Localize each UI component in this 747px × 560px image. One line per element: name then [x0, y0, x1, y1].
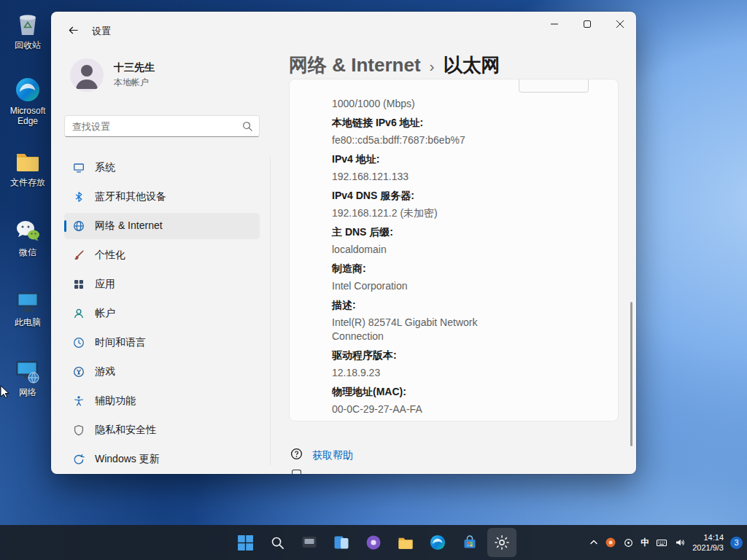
desktop-icon-label: 回收站: [15, 40, 41, 50]
property-row: 1000/1000 (Mbps): [332, 97, 600, 111]
volume-icon[interactable]: [674, 537, 686, 548]
desktop-icon-wechat[interactable]: 微信: [0, 217, 55, 257]
network-places-icon: [14, 357, 42, 385]
taskbar-app-dark-button[interactable]: [295, 528, 324, 557]
dark-app-icon: [301, 534, 317, 551]
store-icon: [462, 534, 478, 551]
property-value: 12.18.9.23: [332, 366, 507, 380]
property-label: 描述:: [332, 298, 600, 312]
clock-time: 14:14: [692, 532, 724, 542]
copy-button[interactable]: [519, 79, 589, 93]
settings-search: [64, 115, 260, 137]
desktop: { "colors": { "accent": "#0067c0", "link…: [0, 0, 747, 560]
ethernet-properties-card: 1000/1000 (Mbps) 本地链接 IPv6 地址: fe80::cd5…: [289, 79, 619, 421]
apps-grid-icon: [73, 279, 85, 290]
desktop-icon-label: 文件存放: [10, 177, 45, 187]
accessibility-icon: [73, 395, 85, 407]
search-icon: [242, 121, 253, 135]
sidebar-item-accounts[interactable]: 帐户: [64, 300, 260, 327]
desktop-icon-edge[interactable]: Microsoft Edge: [0, 76, 55, 126]
property-label: 驱动程序版本:: [332, 348, 600, 362]
sidebar-item-label: 应用: [95, 278, 115, 291]
sidebar-item-apps[interactable]: 应用: [64, 271, 260, 298]
breadcrumb-root[interactable]: 网络 & Internet: [289, 52, 421, 78]
property-row: IPv4 地址: 192.168.121.133: [332, 152, 600, 184]
window-title: 设置: [92, 25, 111, 38]
taskbar-clock[interactable]: 14:14 2021/9/3: [692, 532, 724, 553]
desktop-icon-folder[interactable]: 文件存放: [0, 147, 55, 187]
edge-icon: [429, 534, 446, 551]
notification-badge[interactable]: 3: [730, 537, 743, 549]
close-button[interactable]: [603, 12, 636, 36]
property-value: Intel(R) 82574L Gigabit Network Connecti…: [332, 316, 507, 343]
back-button[interactable]: [61, 18, 85, 42]
sidebar-divider: [270, 157, 271, 465]
taskbar-center-icons: [231, 528, 516, 557]
avatar: [70, 58, 104, 92]
xbox-icon: [73, 366, 85, 378]
sidebar-item-gaming[interactable]: 游戏: [64, 359, 260, 385]
bluetooth-icon: [73, 191, 85, 203]
sidebar-item-label: 个性化: [95, 249, 125, 262]
touch-keyboard-icon[interactable]: [656, 537, 667, 548]
tray-app-icon-1[interactable]: [605, 537, 616, 548]
shield-icon: [73, 424, 85, 436]
sidebar-item-label: 辅助功能: [95, 394, 136, 408]
taskbar-app-purple-button[interactable]: [359, 528, 388, 557]
breadcrumb-separator: ›: [430, 58, 435, 75]
search-input[interactable]: [65, 116, 259, 136]
desktop-icon-recycle-bin[interactable]: 回收站: [0, 10, 55, 50]
search-button[interactable]: [263, 528, 292, 557]
gear-icon: [494, 534, 510, 551]
properties-list: 1000/1000 (Mbps) 本地链接 IPv6 地址: fe80::cd5…: [332, 97, 600, 421]
edge-icon: [14, 76, 42, 104]
sidebar-item-label: 隐私和安全性: [95, 424, 156, 437]
sidebar-item-system[interactable]: 系统: [64, 155, 260, 181]
account-type: 本地帐户: [114, 77, 155, 89]
settings-sidebar: 系统 蓝牙和其他设备 网络 & Internet 个性化 应用 帐户 时间和语言: [64, 155, 260, 474]
file-explorer-button[interactable]: [391, 528, 420, 557]
sidebar-item-bluetooth-devices[interactable]: 蓝牙和其他设备: [64, 184, 260, 210]
maximize-button[interactable]: [570, 12, 603, 36]
minimize-button[interactable]: [538, 12, 570, 36]
settings-button[interactable]: [487, 528, 516, 557]
desktop-icon-label: 微信: [19, 247, 36, 257]
edge-button[interactable]: [423, 528, 452, 557]
property-value: 1000/1000 (Mbps): [332, 97, 507, 111]
property-label: 本地链接 IPv6 地址:: [332, 115, 600, 130]
sidebar-item-time-language[interactable]: 时间和语言: [64, 330, 260, 356]
desktop-icon-this-pc[interactable]: 此电脑: [0, 287, 55, 327]
start-button[interactable]: [231, 528, 260, 557]
person-icon: [70, 58, 104, 92]
sidebar-item-privacy-security[interactable]: 隐私和安全性: [64, 417, 260, 443]
sidebar-item-label: 时间和语言: [95, 336, 146, 349]
sidebar-item-accessibility[interactable]: 辅助功能: [64, 388, 260, 414]
sidebar-item-windows-update[interactable]: Windows 更新: [64, 446, 260, 472]
property-value: localdomain: [332, 243, 507, 257]
close-icon: [616, 20, 624, 28]
this-pc-icon: [14, 287, 42, 315]
recycle-bin-icon: [14, 10, 42, 38]
maximize-icon: [584, 20, 591, 28]
property-label: IPv4 地址:: [332, 152, 600, 166]
desktop-icon-network[interactable]: 网络: [0, 357, 55, 397]
tray-app-icon-2[interactable]: [623, 537, 634, 548]
sidebar-item-network-internet[interactable]: 网络 & Internet: [64, 213, 260, 239]
property-row: 驱动程序版本: 12.18.9.23: [332, 348, 600, 380]
get-help-link[interactable]: 获取帮助: [290, 448, 353, 463]
task-view-button[interactable]: [327, 528, 356, 557]
property-row: 描述: Intel(R) 82574L Gigabit Network Conn…: [332, 298, 600, 343]
search-icon: [270, 535, 285, 551]
property-label: 主 DNS 后缀:: [332, 225, 600, 239]
clock-date: 2021/9/3: [692, 542, 724, 553]
sidebar-item-label: 帐户: [95, 307, 115, 320]
page-scrollbar[interactable]: [630, 302, 632, 446]
store-button[interactable]: [455, 528, 484, 557]
ime-indicator[interactable]: 中: [640, 537, 649, 549]
property-label: IPv4 DNS 服务器:: [332, 188, 600, 203]
desktop-icon-label: 此电脑: [15, 317, 41, 327]
hidden-icons-chevron[interactable]: [589, 538, 598, 547]
breadcrumb: 网络 & Internet › 以太网: [289, 52, 500, 78]
sidebar-item-personalization[interactable]: 个性化: [64, 242, 260, 268]
property-value: 192.168.121.2 (未加密): [332, 206, 507, 220]
